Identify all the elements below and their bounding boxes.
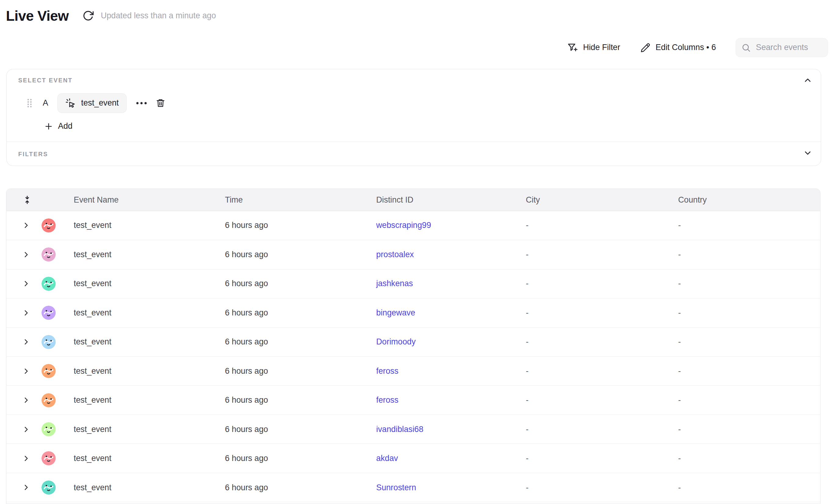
row-expander-cell (6, 367, 36, 375)
select-event-section: SELECT EVENT A (7, 69, 821, 142)
row-expander-cell (6, 484, 36, 491)
chevron-right-icon[interactable] (22, 397, 30, 403)
event-selector-chip[interactable]: test_event (57, 93, 127, 113)
distinct-id-link[interactable]: ivandiblasi68 (377, 425, 423, 434)
time-cell: 6 hours ago (213, 337, 365, 346)
refresh-button[interactable] (83, 10, 94, 21)
time-cell: 6 hours ago (213, 425, 365, 434)
city-cell: - (514, 250, 666, 259)
search-events-input[interactable] (755, 42, 822, 53)
select-event-label: SELECT EVENT (18, 77, 73, 84)
filters-section[interactable]: FILTERS (7, 142, 821, 166)
distinct-id-link[interactable]: akdav (377, 454, 398, 463)
event-name-cell: test_event (62, 483, 213, 492)
live-view-page: Live View Updated less than a minute ago… (0, 0, 840, 504)
city-cell: - (514, 395, 666, 405)
distinct-id-link[interactable]: Sunrostern (377, 483, 416, 492)
column-header-time[interactable]: Time (213, 195, 365, 205)
table-row[interactable]: test_event 6 hours ago Sunrostern - - (6, 473, 820, 502)
avatar-cell (36, 393, 62, 407)
distinct-id-link[interactable]: webscraping99 (377, 220, 431, 230)
table-row[interactable]: test_event 6 hours ago bingewave - - (6, 299, 820, 327)
table-row[interactable]: test_event 6 hours ago jashkenas - - (6, 269, 820, 299)
column-header-distinct-id[interactable]: Distinct ID (364, 195, 514, 205)
collapse-section-button[interactable] (803, 76, 812, 85)
chevron-up-icon (803, 76, 812, 85)
time-cell: 6 hours ago (213, 454, 365, 463)
chevron-right-icon[interactable] (22, 338, 30, 345)
country-cell: - (666, 395, 820, 405)
distinct-id-link[interactable]: prostoalex (377, 250, 414, 259)
column-header-event-name[interactable]: Event Name (62, 195, 213, 205)
event-name-cell: test_event (62, 220, 213, 230)
row-expander-cell (6, 222, 36, 229)
table-row[interactable]: test_event 6 hours ago Dorimoody - - (6, 328, 820, 357)
expand-filters-button[interactable] (803, 148, 812, 158)
column-header-country[interactable]: Country (666, 195, 820, 205)
chevron-right-icon[interactable] (22, 251, 30, 258)
country-cell: - (666, 483, 820, 492)
cursor-click-icon (65, 98, 76, 108)
distinct-id-link[interactable]: feross (377, 395, 399, 404)
collapse-all-button[interactable] (6, 195, 36, 204)
search-events-box[interactable] (736, 38, 828, 57)
user-avatar (41, 422, 55, 436)
events-table: Event Name Time Distinct ID City Country… (6, 188, 821, 504)
query-builder-card: SELECT EVENT A (6, 69, 821, 166)
distinct-id-link[interactable]: bingewave (377, 308, 416, 317)
city-cell: - (514, 483, 666, 492)
chevron-right-icon[interactable] (22, 426, 30, 433)
city-cell: - (514, 220, 666, 230)
toolbar: Hide Filter Edit Columns • 6 (567, 38, 828, 57)
event-name-cell: test_event (62, 337, 213, 346)
event-series-letter: A (43, 98, 48, 108)
table-row[interactable]: test_event 6 hours ago webscraping99 - - (6, 211, 820, 240)
distinct-id-link[interactable]: jashkenas (377, 279, 413, 288)
chevron-right-icon[interactable] (22, 222, 30, 229)
chevron-right-icon[interactable] (22, 367, 30, 375)
column-header-city[interactable]: City (514, 195, 666, 205)
updated-status: Updated less than a minute ago (101, 11, 216, 20)
edit-columns-button[interactable]: Edit Columns • 6 (641, 42, 716, 53)
row-expander-cell (6, 426, 36, 433)
user-avatar (41, 393, 55, 407)
chevron-right-icon[interactable] (22, 280, 30, 287)
search-icon (741, 43, 751, 52)
avatar-cell (36, 335, 62, 349)
event-query-row: A test_event (27, 93, 166, 113)
chevron-right-icon[interactable] (22, 484, 30, 491)
drag-handle-icon[interactable] (27, 98, 33, 108)
distinct-id-link[interactable]: feross (377, 366, 399, 376)
table-row[interactable]: test_event 6 hours ago feross - - (6, 357, 820, 385)
event-name-cell: test_event (62, 250, 213, 259)
event-name-cell: test_event (62, 425, 213, 434)
country-cell: - (666, 250, 820, 259)
funnel-plus-icon (567, 42, 578, 53)
table-row[interactable]: test_event 6 hours ago ivandiblasi68 - - (6, 415, 820, 444)
table-header-row: Event Name Time Distinct ID City Country (6, 189, 820, 211)
city-cell: - (514, 425, 666, 434)
plus-icon (44, 122, 53, 131)
chevron-right-icon[interactable] (22, 309, 30, 317)
time-cell: 6 hours ago (213, 279, 365, 288)
table-row[interactable]: test_event 6 hours ago prostoalex - - (6, 240, 820, 269)
delete-event-button[interactable] (155, 98, 166, 108)
table-row[interactable]: test_event 6 hours ago feross - - (6, 385, 820, 415)
avatar-cell (36, 422, 62, 436)
country-cell: - (666, 337, 820, 346)
chevron-right-icon[interactable] (22, 455, 30, 462)
row-expander-cell (6, 338, 36, 345)
table-row[interactable]: test_event 6 hours ago akdav - - (6, 444, 820, 473)
distinct-id-link[interactable]: Dorimoody (377, 337, 416, 346)
hide-filter-button[interactable]: Hide Filter (567, 42, 620, 53)
avatar-cell (36, 277, 62, 291)
trash-icon (155, 98, 166, 108)
country-cell: - (666, 425, 820, 434)
time-cell: 6 hours ago (213, 366, 365, 376)
refresh-icon (83, 10, 94, 21)
event-more-button[interactable] (136, 101, 147, 105)
event-name-cell: test_event (62, 279, 213, 288)
user-avatar (41, 248, 55, 262)
add-event-button[interactable]: Add (44, 122, 72, 131)
row-expander-cell (6, 309, 36, 317)
